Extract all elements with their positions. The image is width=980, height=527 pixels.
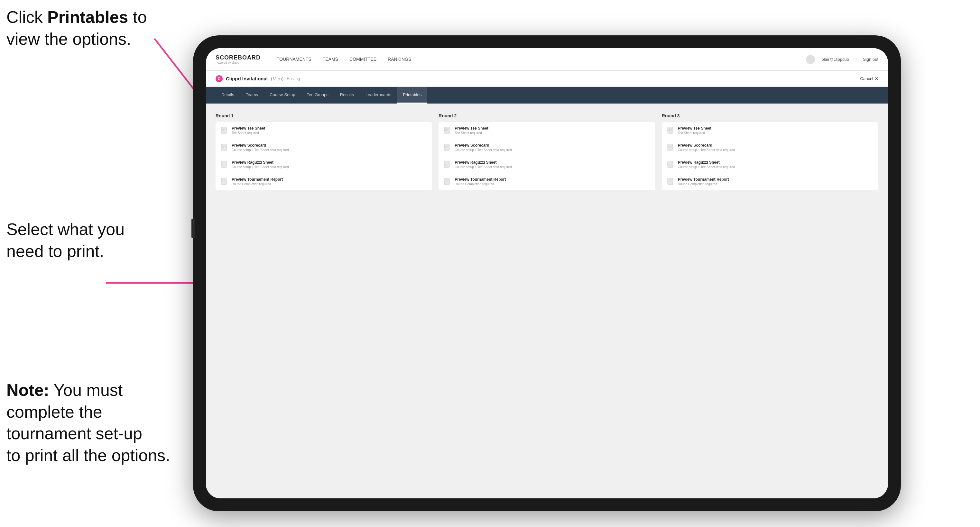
svg-rect-24 (444, 144, 449, 151)
round1-tee-sheet-sub: Tee Sheet required (232, 131, 266, 135)
round-1-section: Round 1 Preview Tee Sheet Tee S (216, 113, 432, 190)
scoreboard-title: SCOREBOARD (216, 54, 261, 61)
svg-rect-48 (668, 178, 673, 184)
round2-raguzzi-title: Preview Raguzzi Sheet (455, 160, 512, 165)
annotation-top: Click Printables toview the options. (6, 6, 147, 50)
nav-teams[interactable]: TEAMS (323, 57, 338, 62)
tablet-side-button[interactable] (191, 219, 195, 238)
round-1-cards: Preview Tee Sheet Tee Sheet required (216, 122, 432, 190)
tab-tee-groups[interactable]: Tee Groups (301, 87, 334, 103)
round2-tournament-report[interactable]: Preview Tournament Report Round Completi… (439, 173, 655, 190)
annotation-bold-note: Note: (6, 381, 49, 399)
tablet-frame: SCOREBOARD Powered by clippd TOURNAMENTS… (193, 35, 901, 511)
annotation-middle: Select what youneed to print. (6, 219, 124, 262)
round-1-title: Round 1 (216, 113, 432, 118)
doc-icon-r3-2 (667, 144, 674, 152)
doc-icon-r2-3 (444, 161, 451, 169)
round-2-section: Round 2 Preview Tee Sheet Tee S (439, 113, 655, 190)
scoreboard-subtitle: Powered by clippd (216, 61, 261, 64)
round1-report-text: Preview Tournament Report Round Completi… (232, 177, 283, 186)
round1-tee-sheet[interactable]: Preview Tee Sheet Tee Sheet required (216, 122, 432, 139)
round2-scorecard-sub: Course setup + Tee Sheet data required (455, 148, 512, 152)
svg-rect-40 (668, 144, 673, 151)
round3-scorecard[interactable]: Preview Scorecard Course setup + Tee She… (662, 139, 878, 156)
round2-tee-sheet[interactable]: Preview Tee Sheet Tee Sheet required (439, 122, 655, 139)
user-avatar (806, 55, 815, 64)
round-3-title: Round 3 (662, 113, 878, 118)
svg-rect-8 (221, 144, 226, 151)
round1-report-sub: Round Completion required (232, 182, 283, 186)
main-content: Round 1 Preview Tee Sheet Tee S (206, 103, 888, 498)
svg-rect-4 (221, 127, 226, 133)
round1-scorecard-text: Preview Scorecard Course setup + Tee She… (232, 143, 289, 152)
round2-report-text: Preview Tournament Report Round Completi… (455, 177, 506, 186)
round1-scorecard[interactable]: Preview Scorecard Course setup + Tee She… (216, 139, 432, 156)
round3-tee-sheet-title: Preview Tee Sheet (678, 126, 712, 130)
doc-icon-r2-1 (444, 127, 451, 135)
round3-tee-sheet[interactable]: Preview Tee Sheet Tee Sheet required (662, 122, 878, 139)
round2-report-sub: Round Completion required (455, 182, 506, 186)
svg-rect-32 (444, 178, 449, 184)
top-nav-links: TOURNAMENTS TEAMS COMMITTEE RANKINGS (277, 57, 806, 62)
tab-results[interactable]: Results (334, 87, 360, 103)
round2-report-title: Preview Tournament Report (455, 177, 506, 182)
document-icon (221, 127, 228, 135)
tab-printables[interactable]: Printables (397, 87, 427, 103)
round3-scorecard-text: Preview Scorecard Course setup + Tee She… (678, 143, 735, 152)
round3-raguzzi[interactable]: Preview Raguzzi Sheet Course setup + Tee… (662, 156, 878, 173)
round3-scorecard-sub: Course setup + Tee Sheet data required (678, 148, 735, 152)
user-email: blair@clippd.io (821, 57, 849, 62)
round3-report-text: Preview Tournament Report Round Completi… (678, 177, 729, 186)
round1-tee-sheet-title: Preview Tee Sheet (232, 126, 266, 130)
round1-tee-sheet-text: Preview Tee Sheet Tee Sheet required (232, 126, 266, 135)
nav-tournaments[interactable]: TOURNAMENTS (277, 57, 312, 62)
tab-course-setup[interactable]: Course Setup (264, 87, 301, 103)
round-3-cards: Preview Tee Sheet Tee Sheet required (662, 122, 878, 190)
round3-raguzzi-title: Preview Raguzzi Sheet (678, 160, 735, 165)
tournament-title: C Clippd Invitational (Men) Hosting (216, 75, 300, 82)
round3-scorecard-title: Preview Scorecard (678, 143, 735, 148)
nav-rankings[interactable]: RANKINGS (388, 57, 411, 62)
round1-scorecard-title: Preview Scorecard (232, 143, 289, 148)
tab-bar: Details Teams Course Setup Tee Groups Re… (206, 87, 888, 103)
round2-tee-sheet-sub: Tee Sheet required (455, 131, 488, 135)
doc-icon-r3-4 (667, 178, 674, 186)
tab-details[interactable]: Details (216, 87, 240, 103)
annotation-bold-printables: Printables (47, 8, 128, 26)
tablet-screen: SCOREBOARD Powered by clippd TOURNAMENTS… (206, 48, 888, 498)
scoreboard-logo: SCOREBOARD Powered by clippd (216, 54, 261, 64)
round2-scorecard[interactable]: Preview Scorecard Course setup + Tee She… (439, 139, 655, 156)
tournament-name: Clippd Invitational (226, 76, 268, 81)
round2-scorecard-text: Preview Scorecard Course setup + Tee She… (455, 143, 512, 152)
tab-leaderboards[interactable]: Leaderboards (360, 87, 397, 103)
svg-rect-36 (668, 127, 673, 133)
nav-committee[interactable]: COMMITTEE (349, 57, 376, 62)
tournament-category: (Men) (271, 76, 283, 81)
round2-raguzzi-sub: Course setup + Tee Sheet data required (455, 165, 512, 169)
round1-raguzzi[interactable]: Preview Raguzzi Sheet Course setup + Tee… (216, 156, 432, 173)
sign-out-link[interactable]: Sign out (863, 57, 878, 62)
round1-raguzzi-text: Preview Raguzzi Sheet Course setup + Tee… (232, 160, 289, 169)
round3-report-title: Preview Tournament Report (678, 177, 729, 182)
round1-raguzzi-title: Preview Raguzzi Sheet (232, 160, 289, 165)
round-2-cards: Preview Tee Sheet Tee Sheet required (439, 122, 655, 190)
round-2-title: Round 2 (439, 113, 655, 118)
round1-tournament-report[interactable]: Preview Tournament Report Round Completi… (216, 173, 432, 190)
round1-report-title: Preview Tournament Report (232, 177, 283, 182)
round3-tournament-report[interactable]: Preview Tournament Report Round Completi… (662, 173, 878, 190)
svg-rect-28 (444, 161, 449, 168)
round1-raguzzi-sub: Course setup + Tee Sheet data required (232, 165, 289, 169)
round2-tee-sheet-title: Preview Tee Sheet (455, 126, 488, 130)
tab-teams[interactable]: Teams (240, 87, 264, 103)
round2-raguzzi[interactable]: Preview Raguzzi Sheet Course setup + Tee… (439, 156, 655, 173)
clippd-logo: C (216, 75, 223, 82)
doc-icon-r2-4 (444, 178, 451, 186)
top-nav: SCOREBOARD Powered by clippd TOURNAMENTS… (206, 48, 888, 71)
round3-report-sub: Round Completion required (678, 182, 729, 186)
document-icon-3 (221, 161, 228, 169)
cancel-icon: ✕ (875, 76, 878, 81)
cancel-button[interactable]: Cancel ✕ (860, 76, 878, 81)
cancel-label: Cancel (860, 76, 873, 81)
sub-header: C Clippd Invitational (Men) Hosting Canc… (206, 71, 888, 87)
round3-tee-sheet-text: Preview Tee Sheet Tee Sheet required (678, 126, 712, 135)
